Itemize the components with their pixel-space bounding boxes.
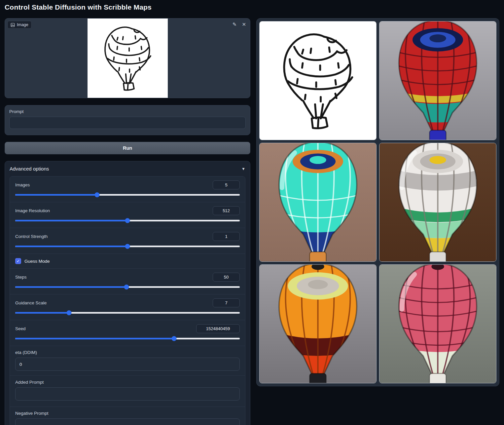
advanced-options-title: Advanced options — [10, 166, 49, 172]
negative-prompt-label: Negative Prompt — [15, 411, 240, 416]
edit-image-button[interactable]: ✎ — [232, 21, 237, 27]
guidance-scale-label: Guidance Scale — [15, 300, 47, 305]
images-label: Images — [15, 182, 30, 187]
steps-slider-row: Steps — [10, 268, 245, 294]
run-button[interactable]: Run — [5, 142, 250, 154]
eta-ddim-label: eta (DDIM) — [15, 350, 240, 355]
image-resolution-number-input[interactable] — [213, 206, 240, 215]
negative-prompt-row: Negative Prompt — [10, 406, 245, 425]
advanced-options-header[interactable]: Advanced options ▼ — [5, 161, 250, 175]
clear-image-button[interactable]: ✕ — [241, 21, 247, 27]
images-slider-handle[interactable] — [95, 192, 100, 197]
images-number-input[interactable] — [213, 180, 240, 189]
image-label-chip: Image — [7, 21, 32, 29]
added-prompt-label: Added Prompt — [15, 380, 240, 385]
seed-slider-handle[interactable] — [171, 336, 176, 341]
advanced-options-panel: Advanced options ▼ Images Image Resoluti… — [5, 161, 250, 425]
control-strength-label: Control Strength — [15, 234, 48, 239]
gallery-item-balloon-white-green[interactable] — [379, 143, 496, 262]
seed-slider[interactable] — [15, 336, 240, 341]
guidance-scale-slider-handle[interactable] — [67, 310, 72, 315]
page-title: Control Stable Diffusion with Scribble M… — [5, 3, 152, 11]
gallery-item-balloon-teal[interactable] — [259, 143, 377, 262]
seed-label: Seed — [15, 326, 26, 331]
seed-slider-row: Seed — [10, 320, 245, 346]
guidance-scale-number-input[interactable] — [213, 298, 240, 307]
gallery-item-balloon-orange[interactable] — [259, 264, 377, 383]
control-strength-slider[interactable] — [15, 244, 240, 249]
image-resolution-slider[interactable] — [15, 218, 240, 223]
guidance-scale-slider[interactable] — [15, 310, 240, 315]
controls-column: Image ✎ ✕ Prompt Run Advanced options ▼ … — [5, 18, 250, 425]
control-strength-slider-row: Control Strength — [10, 228, 245, 253]
added-prompt-input[interactable] — [15, 387, 240, 401]
guess-mode-checkbox[interactable]: ✓ — [15, 258, 21, 264]
input-image[interactable] — [5, 19, 250, 98]
image-input-panel: Image ✎ ✕ — [5, 18, 250, 98]
control-strength-slider-handle[interactable] — [125, 244, 130, 249]
eta-ddim-input[interactable] — [15, 358, 240, 371]
image-icon — [11, 23, 15, 27]
image-resolution-label: Image Resolution — [15, 208, 50, 213]
steps-slider[interactable] — [15, 285, 240, 290]
image-resolution-slider-row: Image Resolution — [10, 202, 245, 228]
negative-prompt-input[interactable] — [15, 418, 240, 425]
gallery-item-balloon-red[interactable] — [379, 21, 496, 140]
steps-slider-handle[interactable] — [124, 285, 129, 290]
prompt-label: Prompt — [9, 109, 246, 114]
advanced-options-form: Images Image Resolution Control Strength — [10, 176, 245, 425]
eta-ddim-row: eta (DDIM) — [10, 346, 245, 375]
control-strength-number-input[interactable] — [213, 232, 240, 241]
gallery-item-balloon-pink[interactable] — [379, 264, 496, 383]
prompt-input[interactable] — [9, 117, 246, 129]
image-resolution-slider-handle[interactable] — [125, 218, 130, 223]
output-gallery — [256, 18, 499, 386]
steps-label: Steps — [15, 275, 27, 280]
steps-number-input[interactable] — [213, 273, 240, 282]
caret-down-icon: ▼ — [241, 167, 245, 171]
images-slider[interactable] — [15, 192, 240, 197]
gallery-item-scribble[interactable] — [259, 21, 377, 140]
guidance-scale-slider-row: Guidance Scale — [10, 294, 245, 320]
image-label: Image — [17, 22, 28, 27]
seed-number-input[interactable] — [196, 324, 240, 333]
images-slider-row: Images — [10, 176, 245, 202]
guess-mode-label: Guess Mode — [24, 259, 50, 264]
prompt-panel: Prompt — [5, 105, 250, 135]
added-prompt-row: Added Prompt — [10, 375, 245, 406]
guess-mode-row: ✓ Guess Mode — [10, 253, 245, 268]
